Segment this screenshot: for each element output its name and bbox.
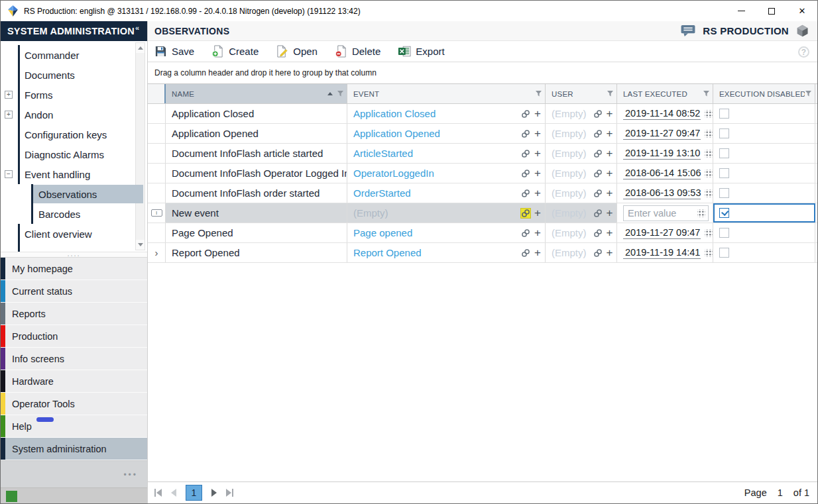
expand-icon[interactable]: + — [5, 111, 13, 119]
filter-icon[interactable] — [535, 90, 542, 97]
add-icon[interactable]: + — [534, 129, 541, 138]
pager-first-button[interactable] — [154, 489, 162, 497]
link-icon[interactable] — [593, 109, 603, 119]
date-picker-icon[interactable] — [705, 150, 713, 158]
date-input[interactable]: Enter value — [628, 208, 693, 219]
checkbox-checked[interactable] — [719, 208, 729, 218]
event-link[interactable]: Report Opened — [353, 247, 518, 258]
name-cell[interactable]: Report Opened — [166, 243, 347, 262]
column-header-event[interactable]: EVENT — [347, 84, 546, 103]
date-picker-icon[interactable] — [705, 110, 713, 118]
column-header-execution-disabled[interactable]: EXECUTION DISABLED — [713, 84, 815, 103]
last-executed-cell[interactable]: 2019-11-19 13:10 — [617, 144, 713, 163]
column-header-name[interactable]: NAME — [166, 84, 347, 103]
link-icon[interactable] — [521, 109, 530, 119]
event-link[interactable]: OperatorLoggedIn — [353, 168, 518, 179]
create-button[interactable]: Create — [211, 45, 259, 58]
event-link[interactable]: Application Closed — [353, 108, 518, 119]
link-icon[interactable] — [593, 129, 603, 138]
add-icon[interactable]: + — [534, 189, 541, 198]
add-icon[interactable]: + — [534, 248, 541, 258]
table-row[interactable]: Document InfoFlash Operator Logged In Op… — [148, 164, 817, 183]
group-by-bar[interactable]: Drag a column header and drop it here to… — [148, 62, 817, 84]
pager-previous-button[interactable] — [171, 489, 176, 497]
add-icon[interactable]: + — [607, 129, 613, 138]
link-icon[interactable] — [593, 149, 603, 158]
column-header-user[interactable]: USER — [546, 84, 617, 103]
name-cell[interactable]: Page Opened — [166, 223, 347, 242]
tree-item-diagnostic-alarms[interactable]: Diagnostic Alarms — [1, 144, 147, 164]
link-icon[interactable] — [521, 129, 530, 138]
nav-item-info-screens[interactable]: Info screens — [1, 348, 147, 370]
filter-icon[interactable] — [703, 90, 710, 97]
link-icon[interactable] — [593, 248, 603, 258]
filter-icon[interactable] — [337, 90, 344, 97]
column-header-last-executed[interactable]: LAST EXECUTED — [617, 84, 713, 103]
checkbox-unchecked[interactable] — [719, 109, 729, 119]
date-picker-icon[interactable] — [705, 189, 713, 197]
expand-icon[interactable]: + — [5, 91, 13, 99]
name-cell[interactable]: Document InfoFlash Operator Logged In — [166, 164, 347, 183]
tree-scrollbar[interactable] — [135, 42, 145, 250]
panel-splitter[interactable]: ∙∙∙∙ — [1, 252, 147, 258]
last-executed-cell[interactable]: 2019-11-27 09:47 — [617, 223, 713, 242]
table-row[interactable]: Application Opened Application Opened+ (… — [148, 124, 817, 144]
tree-item-event-handling[interactable]: −Event handling — [1, 164, 147, 184]
add-icon[interactable]: + — [607, 109, 613, 119]
tree-item-configuration-keys[interactable]: Configuration keys — [1, 125, 147, 144]
tree-item-documents[interactable]: Documents — [1, 65, 147, 85]
name-cell[interactable]: New event — [166, 203, 347, 223]
last-executed-cell[interactable]: 2019-11-14 08:52 — [617, 104, 713, 123]
add-icon[interactable]: + — [534, 109, 541, 119]
checkbox-unchecked[interactable] — [719, 228, 729, 238]
checkbox-unchecked[interactable] — [719, 168, 729, 178]
filter-icon[interactable] — [607, 90, 614, 97]
scroll-up-icon[interactable] — [136, 43, 145, 53]
add-icon[interactable]: + — [607, 189, 613, 198]
add-icon[interactable]: + — [607, 228, 613, 238]
link-icon[interactable] — [521, 228, 530, 238]
nav-item-system-administration[interactable]: System administration — [1, 438, 147, 460]
nav-item-current-status[interactable]: Current status — [1, 280, 147, 303]
nav-item-reports[interactable]: Reports — [1, 303, 147, 325]
table-row[interactable]: Page Opened Page opened+ (Empty)+ 2019-1… — [148, 223, 817, 243]
last-executed-cell[interactable]: 2019-11-19 14:41 — [617, 243, 713, 262]
last-executed-editor[interactable]: Enter value — [617, 203, 713, 223]
scroll-down-icon[interactable] — [136, 240, 145, 250]
table-row-selected[interactable]: I New event (Empty)+ (Empty)+ Enter valu… — [148, 203, 817, 223]
link-icon[interactable] — [593, 209, 603, 218]
close-button[interactable]: ✕ — [787, 1, 817, 21]
link-icon[interactable] — [593, 228, 603, 238]
add-icon[interactable]: + — [607, 149, 613, 158]
checkbox-unchecked[interactable] — [719, 128, 729, 138]
event-link[interactable]: ArticleStarted — [353, 148, 518, 159]
link-icon[interactable] — [593, 189, 603, 198]
add-icon[interactable]: + — [534, 228, 541, 238]
collapse-icon[interactable]: « — [135, 24, 139, 32]
nav-item-operator-tools[interactable]: Operator Tools — [1, 393, 147, 415]
minimize-button[interactable] — [726, 1, 756, 21]
nav-item-production[interactable]: Production — [1, 325, 147, 348]
export-button[interactable]: Export — [398, 45, 444, 58]
date-picker-icon[interactable] — [705, 249, 713, 257]
name-cell[interactable]: Application Opened — [166, 124, 347, 143]
add-icon[interactable]: + — [607, 209, 613, 218]
name-cell[interactable]: Document InfoFlash order started — [166, 183, 347, 203]
table-row[interactable]: Document InfoFlash article started Artic… — [148, 144, 817, 164]
add-icon[interactable]: + — [607, 169, 613, 178]
event-link[interactable]: OrderStarted — [353, 187, 518, 199]
tree-item-clipped[interactable] — [1, 244, 147, 252]
date-picker-icon[interactable] — [705, 229, 713, 237]
add-icon[interactable]: + — [607, 248, 613, 258]
last-executed-cell[interactable]: 2018-06-14 15:06 — [617, 164, 713, 183]
pager-last-button[interactable] — [226, 489, 233, 497]
tree-item-barcodes[interactable]: Barcodes — [1, 204, 147, 224]
date-picker-icon[interactable] — [705, 130, 713, 138]
checkbox-unchecked[interactable] — [719, 148, 729, 158]
date-picker-icon[interactable] — [697, 209, 705, 217]
nav-item-help[interactable]: Help — [1, 415, 147, 438]
delete-button[interactable]: Delete — [335, 45, 380, 58]
tree-item-forms[interactable]: +Forms — [1, 85, 147, 105]
overflow-ellipsis[interactable]: ••• — [123, 470, 138, 479]
link-icon[interactable] — [521, 149, 530, 158]
